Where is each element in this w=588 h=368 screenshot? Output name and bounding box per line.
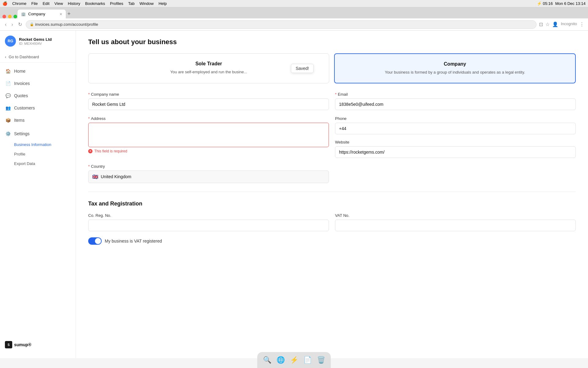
sidebar-item-quotes[interactable]: 💬 Quotes: [0, 90, 76, 102]
brand-info: Rocket Gems Ltd ID: MEXH934V: [19, 37, 52, 45]
cast-icon[interactable]: ⊡: [539, 21, 543, 27]
country-label: * Country: [88, 164, 329, 169]
address-error-message: ✕ This field is required: [88, 149, 329, 153]
main-content: Tell us about your business Sole Trader …: [76, 31, 588, 358]
quotes-icon: 💬: [5, 93, 11, 99]
fullscreen-window-button[interactable]: [13, 15, 17, 18]
edit-menu[interactable]: Edit: [43, 1, 49, 6]
address-phone-row: * Address ✕ This field is required Phone…: [88, 116, 576, 158]
go-to-dashboard-button[interactable]: ‹ Go to Dashboard: [0, 52, 76, 63]
dock-trash[interactable]: 🗑️: [315, 354, 327, 358]
sole-trader-card[interactable]: Sole Trader You are self-employed and ru…: [88, 53, 329, 83]
settings-icon: ⚙️: [5, 131, 11, 137]
sidebar-item-invoices[interactable]: 📄 Invoices: [0, 77, 76, 90]
country-row: * Country 🇬🇧 United Kingdom: [88, 164, 576, 183]
address-input[interactable]: [88, 123, 329, 147]
sidebar-item-items[interactable]: 📦 Items: [0, 114, 76, 126]
sumup-text: sumup®: [14, 342, 31, 347]
tab-close-button[interactable]: ×: [60, 12, 62, 17]
minimize-window-button[interactable]: [8, 15, 12, 18]
sidebar-item-customers[interactable]: 👥 Customers: [0, 102, 76, 114]
url-text: invoices.sumup.com/account/profile: [35, 22, 98, 27]
back-button[interactable]: ‹: [4, 21, 8, 29]
menu-bar: 🍎 Chrome File Edit View History Bookmark…: [0, 0, 588, 7]
help-menu[interactable]: Help: [159, 1, 167, 6]
dock: 🔍 🌐 ⚡ 📄 🗑️: [257, 352, 331, 358]
chrome-menu[interactable]: Chrome: [12, 1, 26, 6]
brand-section: RG Rocket Gems Ltd ID: MEXH934V: [0, 36, 76, 52]
tab-title: Company: [28, 12, 45, 16]
country-group: * Country 🇬🇧 United Kingdom: [88, 164, 329, 183]
phone-input[interactable]: [335, 123, 576, 134]
error-text: This field is required: [94, 149, 127, 153]
business-type-cards: Sole Trader You are self-employed and ru…: [88, 53, 576, 83]
website-label: Website: [335, 140, 576, 144]
submenu-export-data[interactable]: Export Data: [14, 159, 76, 168]
apple-menu[interactable]: 🍎: [2, 1, 7, 6]
dock-document[interactable]: 📄: [301, 354, 314, 358]
reload-button[interactable]: ↻: [17, 20, 23, 29]
address-label: * Address: [88, 116, 329, 121]
view-menu[interactable]: View: [55, 1, 63, 6]
sidebar: RG Rocket Gems Ltd ID: MEXH934V ‹ Go to …: [0, 31, 76, 358]
phone-label: Phone: [335, 116, 576, 121]
sumup-icon: S: [5, 341, 12, 348]
address-group: * Address ✕ This field is required: [88, 116, 329, 158]
email-input[interactable]: [335, 98, 576, 110]
co-reg-label: Co. Reg. No.: [88, 213, 329, 218]
vat-label: VAT No.: [335, 213, 576, 218]
incognito-label: Incognito: [561, 21, 577, 27]
company-title: Company: [342, 61, 568, 67]
star-icon[interactable]: ☆: [545, 21, 550, 27]
company-name-input[interactable]: [88, 98, 329, 110]
saved-badge: Saved!: [291, 64, 314, 73]
forward-button[interactable]: ›: [10, 21, 14, 29]
sidebar-item-label: Home: [14, 69, 25, 74]
settings-submenu: Business Information Profile Export Data: [0, 140, 76, 168]
brand-id: ID: MEXH934V: [19, 42, 52, 45]
clock: Mon 6 Dec 13:14: [555, 1, 586, 6]
page-title: Tell us about your business: [88, 38, 576, 46]
dock-finder[interactable]: 🔍: [261, 354, 273, 358]
required-star: *: [88, 92, 90, 97]
co-reg-input[interactable]: [88, 220, 329, 231]
dock-chrome[interactable]: 🌐: [274, 354, 287, 358]
browser-tab[interactable]: 🏢 Company ×: [17, 9, 66, 18]
battery-icon: ⚡ 05:16: [537, 1, 553, 6]
url-bar[interactable]: 🔒 invoices.sumup.com/account/profile: [26, 20, 537, 29]
profiles-menu[interactable]: Profiles: [110, 1, 123, 6]
company-card[interactable]: Company Your business is formed by a gro…: [334, 53, 576, 83]
country-select[interactable]: 🇬🇧 United Kingdom: [88, 171, 329, 183]
bookmarks-menu[interactable]: Bookmarks: [85, 1, 105, 6]
menu-icon[interactable]: ⋮: [579, 21, 584, 27]
vat-toggle[interactable]: [88, 237, 102, 245]
file-menu[interactable]: File: [31, 1, 38, 6]
dock-bolt[interactable]: ⚡: [288, 354, 300, 358]
new-tab-button[interactable]: +: [67, 9, 71, 18]
co-reg-group: Co. Reg. No.: [88, 213, 329, 231]
required-star: *: [88, 116, 90, 121]
vat-input[interactable]: [335, 220, 576, 231]
submenu-business-information[interactable]: Business Information: [14, 140, 76, 149]
country-flag: 🇬🇧: [92, 174, 98, 180]
country-value: United Kingdom: [101, 174, 131, 179]
window-menu[interactable]: Window: [139, 1, 153, 6]
settings-label: Settings: [14, 131, 30, 136]
sidebar-item-home[interactable]: 🏠 Home: [0, 65, 76, 77]
tab-menu[interactable]: Tab: [128, 1, 134, 6]
tab-bar: 🏢 Company × +: [0, 7, 588, 18]
sole-trader-desc: You are self-employed and run the busine…: [96, 69, 322, 75]
required-star: *: [88, 164, 90, 169]
country-right-spacer: [335, 164, 576, 183]
sidebar-item-settings[interactable]: ⚙️ Settings: [0, 128, 76, 140]
sidebar-item-label: Invoices: [14, 81, 30, 86]
avatar: RG: [5, 36, 16, 47]
website-input[interactable]: [335, 146, 576, 158]
invoices-icon: 📄: [5, 80, 11, 86]
submenu-profile[interactable]: Profile: [14, 149, 76, 159]
sidebar-item-label: Quotes: [14, 93, 28, 98]
back-label: Go to Dashboard: [9, 55, 39, 59]
close-window-button[interactable]: [2, 15, 6, 18]
phone-website-group: Phone Website: [335, 116, 576, 158]
history-menu[interactable]: History: [68, 1, 80, 6]
